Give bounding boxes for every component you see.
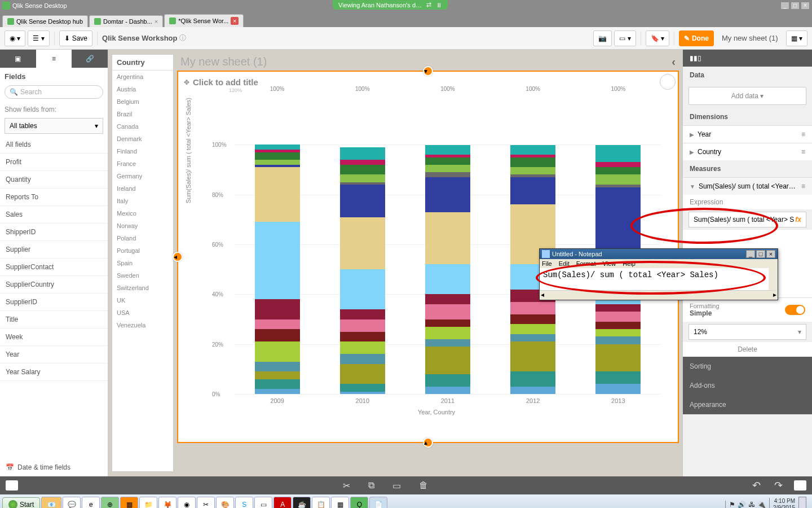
bar-segment[interactable] — [340, 319, 385, 332]
field-item[interactable]: Supplier — [0, 241, 108, 259]
bar-segment[interactable] — [425, 374, 470, 387]
country-item[interactable]: Denmark — [112, 133, 173, 145]
dimension-year[interactable]: ▶ Year ≡ — [683, 125, 812, 143]
np-menu-format[interactable]: Format — [576, 260, 596, 267]
bar-segment[interactable] — [425, 387, 470, 394]
nav-menu-button[interactable]: ◉ ▾ — [5, 30, 25, 46]
bar-segment[interactable] — [595, 344, 641, 372]
tab-close-icon[interactable]: × — [155, 18, 158, 25]
bar-segment[interactable] — [340, 332, 385, 342]
add-data-button[interactable]: Add data ▾ — [689, 87, 806, 105]
field-item[interactable]: Sales — [0, 206, 108, 224]
bar-segment[interactable] — [425, 212, 470, 265]
bar-segment[interactable] — [425, 177, 470, 212]
country-item[interactable]: Belgium — [112, 95, 173, 108]
bar-segment[interactable] — [425, 172, 470, 177]
bar-segment[interactable] — [510, 371, 555, 386]
bar-segment[interactable] — [510, 177, 555, 205]
prev-sheet-button[interactable]: ‹ — [672, 55, 676, 68]
bar-segment[interactable] — [340, 217, 385, 270]
bar-segment[interactable] — [595, 145, 641, 163]
country-item[interactable]: Ireland — [112, 182, 173, 195]
links-tab[interactable]: 🔗 — [72, 50, 108, 68]
country-item[interactable]: Italy — [112, 195, 173, 207]
bar-segment[interactable] — [255, 160, 300, 165]
add-title-placeholder[interactable]: Click to add title — [193, 77, 258, 87]
country-item[interactable]: Mexico — [112, 207, 173, 220]
bar-segment[interactable] — [255, 389, 300, 394]
field-item[interactable]: Reports To — [0, 189, 108, 206]
bar-segment[interactable] — [255, 319, 300, 330]
bar-segment[interactable] — [340, 384, 385, 391]
right-toggle[interactable] — [794, 480, 806, 491]
task-app4[interactable]: ▦ — [331, 497, 349, 508]
bar-segment[interactable] — [255, 152, 300, 160]
task-app3[interactable]: 📋 — [312, 497, 330, 508]
delete-button[interactable]: Delete — [683, 342, 812, 357]
country-item[interactable]: Argentina — [112, 71, 173, 83]
fields-search[interactable]: 🔍 Search — [5, 85, 103, 99]
np-close[interactable]: × — [766, 250, 775, 258]
task-outlook[interactable]: 📧 — [41, 497, 61, 508]
tab-domtar[interactable]: Domtar - Dashb... × — [89, 15, 163, 27]
bar-segment[interactable] — [340, 269, 385, 309]
bar-group[interactable]: 100%2012 — [510, 95, 555, 394]
fx-icon[interactable]: fx — [795, 216, 801, 224]
info-icon[interactable]: ⓘ — [179, 33, 186, 43]
swap-icon[interactable]: ⇄ — [426, 1, 431, 8]
country-item[interactable]: France — [112, 157, 173, 170]
bar-segment[interactable] — [510, 157, 555, 168]
bar-segment[interactable] — [340, 185, 385, 217]
bar-segment[interactable] — [425, 264, 470, 294]
bar-segment[interactable] — [255, 379, 300, 389]
tray-network-icon[interactable]: 🖧 — [748, 501, 755, 508]
np-menu-view[interactable]: View — [603, 260, 616, 267]
field-item[interactable]: Profit — [0, 154, 108, 171]
bar-segment[interactable] — [595, 162, 641, 167]
bar-segment[interactable] — [340, 392, 385, 394]
task-firefox[interactable]: 🦊 — [158, 497, 176, 508]
bar-segment[interactable] — [340, 354, 385, 364]
bar-segment[interactable] — [425, 165, 470, 172]
country-item[interactable]: Austria — [112, 83, 173, 95]
np-menu-file[interactable]: File — [542, 260, 552, 267]
menu-icon[interactable]: ≡ — [801, 148, 805, 156]
np-maximize[interactable]: □ — [756, 250, 765, 258]
tray-volume-icon[interactable]: 🔊 — [738, 501, 746, 508]
bar-segment[interactable] — [425, 157, 470, 165]
sheets-grid-button[interactable]: ▦ ▾ — [786, 30, 807, 46]
notepad-scrollbar[interactable]: ◂▸ — [540, 291, 778, 300]
notepad-text[interactable]: Sum(Sales)/ sum ( total <Year> Sales) — [540, 268, 778, 291]
country-item[interactable]: Switzerland — [112, 282, 173, 294]
tab-hub[interactable]: Qlik Sense Desktop hub — [2, 15, 88, 27]
data-section-header[interactable]: Data — [683, 67, 812, 84]
bar-segment[interactable] — [595, 187, 641, 249]
formatting-toggle[interactable] — [785, 305, 805, 315]
bar-segment[interactable] — [425, 347, 470, 374]
country-item[interactable]: Spain — [112, 257, 173, 269]
delete-button[interactable]: 🗑 — [419, 480, 428, 491]
bar-segment[interactable] — [595, 167, 641, 174]
bar-segment[interactable] — [255, 329, 300, 341]
bar-segment[interactable] — [510, 302, 555, 314]
appearance-section[interactable]: Appearance — [683, 395, 812, 414]
bar-segment[interactable] — [595, 322, 641, 329]
tables-select[interactable]: All tables ▾ — [5, 118, 103, 134]
show-desktop-button[interactable] — [798, 497, 806, 508]
bookmark-button[interactable]: 🔖 ▾ — [646, 30, 669, 46]
resize-handle-bottom[interactable]: ▴ — [423, 437, 433, 448]
bar-group[interactable]: 100%2011 — [425, 95, 470, 394]
tab-close-icon[interactable]: × — [231, 17, 239, 25]
field-item[interactable]: Year — [0, 346, 108, 364]
taskbar-clock[interactable]: 4:10 PM 2/9/2015 — [769, 498, 795, 508]
field-item[interactable]: SupplierID — [0, 294, 108, 311]
close-button[interactable]: × — [801, 2, 810, 10]
bar-segment[interactable] — [425, 327, 470, 339]
copy-button[interactable]: ⧉ — [368, 480, 374, 491]
bar-segment[interactable] — [340, 341, 385, 354]
task-explorer[interactable]: 📁 — [139, 497, 157, 508]
task-paint[interactable]: 🎨 — [216, 497, 234, 508]
task-ie[interactable]: e — [82, 497, 100, 508]
bar-group[interactable]: 100%2009 — [255, 95, 300, 394]
country-item[interactable]: Brazil — [112, 108, 173, 120]
